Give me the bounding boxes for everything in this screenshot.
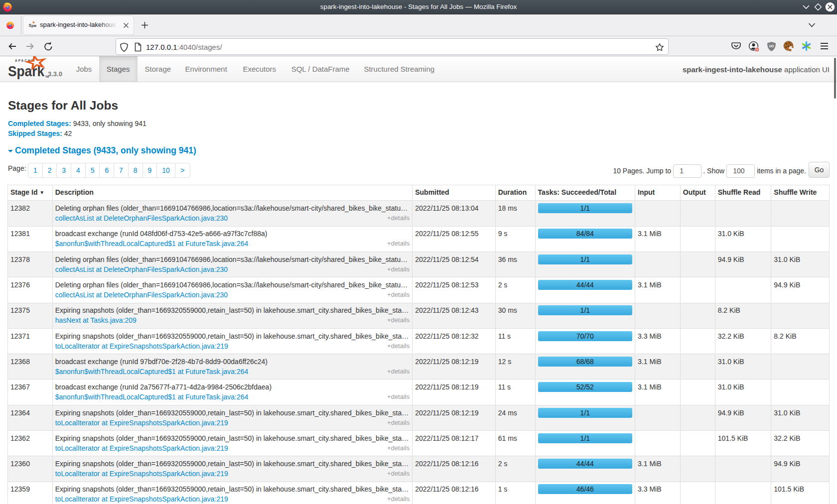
svg-text:Spark: Spark [29, 23, 37, 28]
svg-text:UO: UO [769, 44, 774, 48]
